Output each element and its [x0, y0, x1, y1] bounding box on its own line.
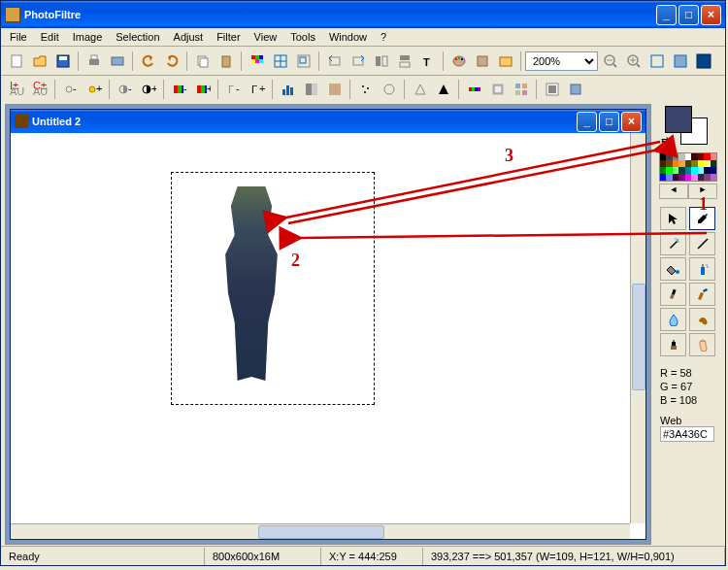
rotate-left-icon[interactable] — [323, 50, 346, 72]
paste-icon[interactable] — [215, 50, 237, 72]
save-icon[interactable] — [51, 50, 74, 72]
rgb-icon[interactable] — [246, 50, 268, 72]
gamma-plus-icon[interactable]: + — [191, 79, 214, 101]
sharp-icon[interactable] — [432, 79, 454, 101]
auto-levels-icon[interactable]: I±AUTO — [5, 79, 27, 101]
hscroll-thumb[interactable] — [258, 525, 384, 539]
gamma-minus-icon[interactable]: - — [168, 79, 190, 101]
histogram-icon[interactable] — [277, 79, 299, 101]
zoom-in-icon[interactable] — [622, 50, 645, 72]
antidust-icon[interactable] — [378, 79, 400, 101]
smudge-tool[interactable] — [689, 308, 715, 331]
rotate-right-icon[interactable] — [347, 50, 369, 72]
hand-tool[interactable] — [689, 333, 715, 356]
contrast-minus-icon[interactable]: - — [114, 79, 136, 101]
dust-icon[interactable] — [354, 79, 377, 101]
variations-icon[interactable] — [510, 79, 532, 101]
module-icon[interactable] — [471, 50, 493, 72]
doc-minimize-button[interactable]: _ — [577, 112, 597, 132]
text-icon[interactable]: T — [416, 50, 439, 72]
doc-close-button[interactable]: × — [621, 112, 642, 132]
sat-plus-icon[interactable]: Γ+ — [246, 79, 268, 101]
svg-text:-: - — [236, 83, 240, 94]
menu-file[interactable]: File — [3, 29, 34, 45]
spray-tool[interactable] — [689, 257, 715, 281]
close-button[interactable]: × — [701, 5, 721, 25]
horizontal-scrollbar[interactable] — [11, 523, 630, 539]
palette-prev-button[interactable]: ◄ — [659, 184, 688, 199]
new-icon[interactable] — [5, 50, 27, 72]
menu-tools[interactable]: Tools — [283, 29, 322, 45]
actual-icon[interactable] — [669, 50, 691, 72]
document-title: Untitled 2 — [32, 116, 81, 127]
redo-icon[interactable] — [160, 50, 182, 72]
svg-rect-9 — [251, 55, 255, 59]
flip-h-icon[interactable] — [370, 50, 392, 72]
print-icon[interactable] — [83, 50, 105, 72]
doc-maximize-button[interactable]: □ — [599, 112, 619, 132]
sat-minus-icon[interactable]: Γ- — [222, 79, 245, 101]
undo-icon[interactable] — [137, 50, 159, 72]
clone-tool[interactable] — [660, 333, 686, 356]
svg-point-74 — [367, 87, 369, 89]
flip-v-icon[interactable] — [393, 50, 415, 72]
auto-contrast-icon[interactable]: C±AUTO — [28, 79, 50, 101]
sepia-icon[interactable] — [323, 79, 346, 101]
blur-icon[interactable] — [463, 79, 485, 101]
color-palette[interactable] — [659, 152, 717, 182]
vertical-scrollbar[interactable] — [630, 133, 645, 523]
palette-next-button[interactable]: ► — [688, 184, 717, 199]
menu-view[interactable]: View — [248, 29, 284, 45]
contrast-plus-icon[interactable]: + — [137, 79, 159, 101]
grayscale-icon[interactable] — [300, 79, 322, 101]
menu-window[interactable]: Window — [322, 29, 374, 45]
scan-icon[interactable] — [106, 50, 128, 72]
module2-icon[interactable] — [564, 79, 586, 101]
svg-text:AUTO: AUTO — [33, 85, 48, 97]
photomask-icon[interactable] — [541, 79, 563, 101]
swap-colors-icon[interactable]: ⇄ — [661, 135, 669, 146]
open-icon[interactable] — [28, 50, 50, 72]
web-color-input[interactable] — [660, 426, 714, 442]
pointer-tool[interactable] — [660, 207, 686, 230]
maximize-button[interactable]: □ — [678, 5, 699, 25]
bucket-tool[interactable] — [660, 257, 686, 281]
web-color: Web — [660, 415, 716, 442]
line-tool[interactable] — [689, 232, 715, 255]
soft-icon[interactable] — [409, 79, 431, 101]
menu-adjust[interactable]: Adjust — [167, 29, 211, 45]
vscroll-thumb[interactable] — [632, 284, 645, 390]
canvas[interactable] — [11, 133, 630, 523]
minimize-button[interactable]: _ — [656, 5, 677, 25]
menu-help[interactable]: ? — [374, 29, 393, 45]
bright-plus-icon[interactable]: + — [83, 79, 105, 101]
copy-icon[interactable] — [191, 50, 214, 72]
svg-point-28 — [454, 57, 456, 59]
zoom-out-icon[interactable] — [599, 50, 621, 72]
menu-filter[interactable]: Filter — [210, 29, 247, 45]
relief-icon[interactable] — [486, 79, 509, 101]
bright-minus-icon[interactable]: - — [59, 79, 82, 101]
zoom-select[interactable]: 200% — [525, 51, 598, 71]
advanced-brush-tool[interactable] — [689, 283, 715, 306]
fit-icon[interactable] — [645, 50, 668, 72]
menu-edit[interactable]: Edit — [34, 29, 66, 45]
palette-icon[interactable] — [447, 50, 470, 72]
palette-swatch[interactable] — [711, 153, 716, 160]
palette-swatch[interactable] — [711, 174, 716, 181]
resize-icon[interactable] — [292, 50, 314, 72]
foreground-color[interactable] — [665, 106, 692, 133]
wand-tool[interactable] — [660, 232, 686, 255]
explore-icon[interactable] — [494, 50, 516, 72]
palette-swatch[interactable] — [711, 167, 716, 174]
menu-selection[interactable]: Selection — [109, 29, 166, 45]
palette-swatch[interactable] — [711, 160, 716, 167]
svg-text:+: + — [151, 83, 156, 94]
eyedropper-tool[interactable] — [689, 207, 715, 230]
menu-image[interactable]: Image — [66, 29, 110, 45]
fullscreen-icon[interactable] — [692, 50, 714, 72]
blur-tool[interactable] — [660, 308, 686, 331]
brush-tool[interactable] — [660, 283, 686, 306]
svg-point-93 — [678, 241, 678, 242]
grid-icon[interactable] — [269, 50, 291, 72]
